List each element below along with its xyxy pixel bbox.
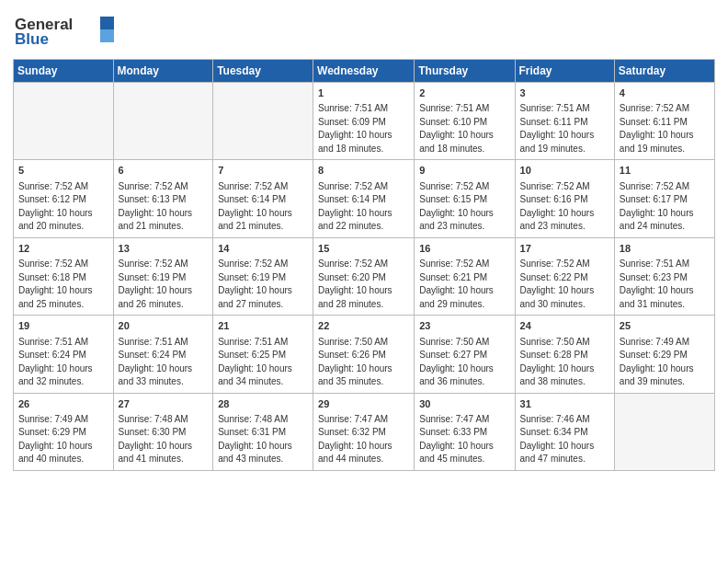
calendar-day: 27Sunrise: 7:48 AM Sunset: 6:30 PM Dayli…	[113, 393, 213, 470]
calendar-day	[113, 83, 213, 160]
calendar-day: 13Sunrise: 7:52 AM Sunset: 6:19 PM Dayli…	[113, 237, 213, 315]
weekday-header-thursday: Thursday	[415, 60, 515, 83]
day-info: Sunrise: 7:52 AM Sunset: 6:12 PM Dayligh…	[18, 180, 108, 234]
day-number: 25	[620, 319, 710, 333]
day-number: 31	[520, 397, 609, 411]
day-info: Sunrise: 7:50 AM Sunset: 6:27 PM Dayligh…	[419, 336, 509, 389]
day-number: 22	[318, 319, 409, 333]
day-number: 17	[520, 242, 609, 256]
day-info: Sunrise: 7:50 AM Sunset: 6:26 PM Dayligh…	[318, 336, 409, 389]
calendar-week-1: 1Sunrise: 7:51 AM Sunset: 6:09 PM Daylig…	[14, 83, 715, 160]
calendar-day: 12Sunrise: 7:52 AM Sunset: 6:18 PM Dayli…	[14, 237, 114, 315]
day-number: 1	[318, 86, 409, 100]
calendar-day: 2Sunrise: 7:51 AM Sunset: 6:10 PM Daylig…	[415, 83, 515, 160]
weekday-header-wednesday: Wednesday	[313, 60, 415, 83]
day-info: Sunrise: 7:52 AM Sunset: 6:14 PM Dayligh…	[318, 180, 409, 234]
day-info: Sunrise: 7:51 AM Sunset: 6:10 PM Dayligh…	[419, 102, 509, 155]
day-info: Sunrise: 7:51 AM Sunset: 6:25 PM Dayligh…	[218, 336, 308, 389]
day-number: 30	[419, 397, 509, 411]
svg-marker-2	[100, 29, 114, 42]
calendar-day: 6Sunrise: 7:52 AM Sunset: 6:13 PM Daylig…	[113, 160, 213, 237]
day-number: 24	[520, 319, 609, 333]
calendar-day: 18Sunrise: 7:51 AM Sunset: 6:23 PM Dayli…	[614, 237, 714, 315]
header: General Blue	[13, 9, 715, 53]
day-info: Sunrise: 7:47 AM Sunset: 6:33 PM Dayligh…	[419, 413, 509, 466]
svg-marker-1	[100, 17, 114, 29]
calendar-day: 16Sunrise: 7:52 AM Sunset: 6:21 PM Dayli…	[415, 237, 515, 315]
calendar-day: 22Sunrise: 7:50 AM Sunset: 6:26 PM Dayli…	[313, 316, 415, 393]
day-info: Sunrise: 7:51 AM Sunset: 6:24 PM Dayligh…	[119, 336, 209, 389]
calendar-day	[14, 83, 114, 160]
weekday-header-row: SundayMondayTuesdayWednesdayThursdayFrid…	[14, 60, 715, 83]
calendar-day: 15Sunrise: 7:52 AM Sunset: 6:20 PM Dayli…	[313, 237, 415, 315]
calendar-week-4: 19Sunrise: 7:51 AM Sunset: 6:24 PM Dayli…	[14, 316, 715, 393]
day-number: 28	[218, 397, 308, 411]
day-info: Sunrise: 7:51 AM Sunset: 6:09 PM Dayligh…	[318, 102, 409, 155]
day-info: Sunrise: 7:49 AM Sunset: 6:29 PM Dayligh…	[18, 413, 108, 466]
day-info: Sunrise: 7:52 AM Sunset: 6:19 PM Dayligh…	[218, 258, 308, 311]
day-number: 27	[119, 397, 209, 411]
day-info: Sunrise: 7:49 AM Sunset: 6:29 PM Dayligh…	[620, 336, 710, 389]
day-number: 5	[18, 164, 108, 178]
calendar-table: SundayMondayTuesdayWednesdayThursdayFrid…	[13, 59, 715, 471]
day-number: 20	[119, 319, 209, 333]
calendar-day: 7Sunrise: 7:52 AM Sunset: 6:14 PM Daylig…	[213, 160, 313, 237]
weekday-header-tuesday: Tuesday	[213, 60, 313, 83]
day-number: 23	[419, 319, 509, 333]
calendar-day: 4Sunrise: 7:52 AM Sunset: 6:11 PM Daylig…	[614, 83, 714, 160]
day-number: 6	[119, 164, 209, 178]
day-info: Sunrise: 7:52 AM Sunset: 6:15 PM Dayligh…	[419, 180, 509, 234]
day-number: 2	[419, 86, 509, 100]
calendar-week-3: 12Sunrise: 7:52 AM Sunset: 6:18 PM Dayli…	[14, 237, 715, 315]
svg-text:Blue: Blue	[15, 30, 49, 48]
day-info: Sunrise: 7:46 AM Sunset: 6:34 PM Dayligh…	[520, 413, 609, 466]
day-number: 8	[318, 164, 409, 178]
calendar-day: 17Sunrise: 7:52 AM Sunset: 6:22 PM Dayli…	[515, 237, 614, 315]
day-number: 9	[419, 164, 509, 178]
calendar-day: 14Sunrise: 7:52 AM Sunset: 6:19 PM Dayli…	[213, 237, 313, 315]
day-info: Sunrise: 7:51 AM Sunset: 6:11 PM Dayligh…	[520, 102, 609, 155]
calendar-week-2: 5Sunrise: 7:52 AM Sunset: 6:12 PM Daylig…	[14, 160, 715, 237]
calendar-day	[213, 83, 313, 160]
calendar-week-5: 26Sunrise: 7:49 AM Sunset: 6:29 PM Dayli…	[14, 393, 715, 470]
day-info: Sunrise: 7:50 AM Sunset: 6:28 PM Dayligh…	[520, 336, 609, 389]
calendar-day: 26Sunrise: 7:49 AM Sunset: 6:29 PM Dayli…	[14, 393, 114, 470]
calendar-day: 3Sunrise: 7:51 AM Sunset: 6:11 PM Daylig…	[515, 83, 614, 160]
calendar-day: 23Sunrise: 7:50 AM Sunset: 6:27 PM Dayli…	[415, 316, 515, 393]
weekday-header-saturday: Saturday	[614, 60, 714, 83]
day-info: Sunrise: 7:52 AM Sunset: 6:14 PM Dayligh…	[218, 180, 308, 234]
calendar-day	[614, 393, 714, 470]
day-number: 26	[18, 397, 108, 411]
day-number: 11	[620, 164, 710, 178]
calendar-day: 8Sunrise: 7:52 AM Sunset: 6:14 PM Daylig…	[313, 160, 415, 237]
weekday-header-sunday: Sunday	[14, 60, 114, 83]
day-info: Sunrise: 7:48 AM Sunset: 6:30 PM Dayligh…	[119, 413, 209, 466]
day-number: 12	[18, 242, 108, 256]
day-number: 7	[218, 164, 308, 178]
day-number: 19	[18, 319, 108, 333]
calendar-day: 19Sunrise: 7:51 AM Sunset: 6:24 PM Dayli…	[14, 316, 114, 393]
calendar-day: 21Sunrise: 7:51 AM Sunset: 6:25 PM Dayli…	[213, 316, 313, 393]
day-number: 29	[318, 397, 409, 411]
day-info: Sunrise: 7:52 AM Sunset: 6:16 PM Dayligh…	[520, 180, 609, 234]
day-info: Sunrise: 7:52 AM Sunset: 6:17 PM Dayligh…	[620, 180, 710, 234]
day-number: 21	[218, 319, 308, 333]
calendar-day: 29Sunrise: 7:47 AM Sunset: 6:32 PM Dayli…	[313, 393, 415, 470]
page-container: General Blue SundayMondayTuesdayWednesda…	[0, 0, 728, 480]
day-info: Sunrise: 7:52 AM Sunset: 6:20 PM Dayligh…	[318, 258, 409, 311]
calendar-day: 28Sunrise: 7:48 AM Sunset: 6:31 PM Dayli…	[213, 393, 313, 470]
day-info: Sunrise: 7:52 AM Sunset: 6:21 PM Dayligh…	[419, 258, 509, 311]
day-info: Sunrise: 7:51 AM Sunset: 6:24 PM Dayligh…	[18, 336, 108, 389]
logo-wordmark: General Blue	[13, 9, 114, 53]
calendar-day: 20Sunrise: 7:51 AM Sunset: 6:24 PM Dayli…	[113, 316, 213, 393]
day-info: Sunrise: 7:48 AM Sunset: 6:31 PM Dayligh…	[218, 413, 308, 466]
day-number: 16	[419, 242, 509, 256]
day-number: 10	[520, 164, 609, 178]
calendar-day: 31Sunrise: 7:46 AM Sunset: 6:34 PM Dayli…	[515, 393, 614, 470]
day-info: Sunrise: 7:52 AM Sunset: 6:22 PM Dayligh…	[520, 258, 609, 311]
day-info: Sunrise: 7:52 AM Sunset: 6:11 PM Dayligh…	[620, 102, 710, 155]
day-info: Sunrise: 7:51 AM Sunset: 6:23 PM Dayligh…	[620, 258, 710, 311]
weekday-header-friday: Friday	[515, 60, 614, 83]
day-number: 4	[620, 86, 710, 100]
calendar-day: 10Sunrise: 7:52 AM Sunset: 6:16 PM Dayli…	[515, 160, 614, 237]
